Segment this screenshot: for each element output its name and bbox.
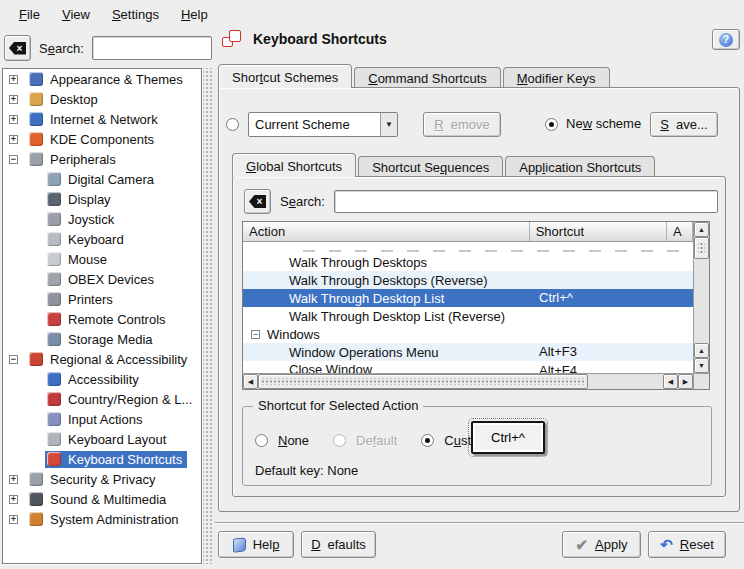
tab-shortcut-sequences[interactable]: Shortcut Sequences	[358, 156, 503, 177]
shortcut-row-windows[interactable]: −Windows	[243, 325, 693, 343]
collapse-icon[interactable]: −	[9, 155, 18, 164]
expand-icon[interactable]: +	[9, 515, 18, 524]
vertical-scroll-thumb[interactable]	[694, 237, 709, 259]
column-header-a[interactable]: A	[667, 222, 693, 241]
sidebar-item-system-administration[interactable]: +System Administration	[3, 509, 201, 529]
clear-shortcut-search-button[interactable]: ×	[244, 189, 271, 214]
expand-icon[interactable]: +	[9, 75, 18, 84]
expand-icon[interactable]: +	[9, 475, 18, 484]
horizontal-scrollbar[interactable]: ◀ ◀ ▶	[243, 373, 693, 389]
clear-search-button[interactable]: ×	[4, 35, 31, 61]
sidebar-item-digital-camera[interactable]: Digital Camera	[3, 169, 201, 189]
tree-row-content: Security & Privacy	[27, 471, 160, 488]
shortcut-row-window-operations-menu[interactable]: Window Operations MenuAlt+F3	[243, 343, 693, 361]
sidebar-search-input[interactable]	[92, 36, 212, 60]
remove-scheme-button[interactable]: Remove	[423, 112, 501, 137]
none-radio[interactable]	[255, 434, 268, 447]
reset-button[interactable]: ↶ Reset	[648, 531, 726, 558]
column-header-shortcut[interactable]: Shortcut	[530, 222, 667, 241]
chevron-down-icon: ▼	[380, 113, 397, 136]
expand-icon[interactable]: +	[9, 135, 18, 144]
collapse-icon[interactable]: −	[251, 330, 260, 339]
appearance-themes-icon	[29, 72, 43, 86]
horizontal-scroll-track[interactable]	[588, 374, 663, 389]
save-scheme-button[interactable]: Save...	[650, 112, 718, 137]
shortcut-row-walk-through-desktop-list[interactable]: Walk Through Desktop ListCtrl+^	[243, 289, 693, 307]
tab-application-shortcuts[interactable]: Application Shortcuts	[505, 156, 655, 177]
sidebar-item-obex-devices[interactable]: OBEX Devices	[3, 269, 201, 289]
apply-button[interactable]: ✔ Apply	[562, 531, 641, 558]
sidebar-item-printers[interactable]: Printers	[3, 289, 201, 309]
sidebar-item-accessibility[interactable]: Accessibility	[3, 369, 201, 389]
expand-icon[interactable]: +	[9, 95, 18, 104]
shortcut-row-walk-through-desktop-list-reverse[interactable]: Walk Through Desktop List (Reverse)	[243, 307, 693, 325]
default-radio-label: Default	[356, 433, 397, 448]
tab-command-shortcuts[interactable]: Command Shortcuts	[354, 67, 501, 88]
sidebar-item-keyboard-layout[interactable]: Keyboard Layout	[3, 429, 201, 449]
sidebar-item-remote-controls[interactable]: Remote Controls	[3, 309, 201, 329]
tab-modifier-keys[interactable]: Modifier Keys	[503, 67, 610, 88]
scroll-up-button[interactable]: ▲	[694, 222, 709, 237]
shortcut-search-input[interactable]	[334, 190, 718, 213]
tree-row-content: Display	[45, 191, 116, 208]
scroll-up-button-2[interactable]: ▲	[694, 343, 709, 358]
sidebar-item-keyboard[interactable]: Keyboard	[3, 229, 201, 249]
sidebar-item-mouse[interactable]: Mouse	[3, 249, 201, 269]
current-scheme-radio[interactable]	[226, 118, 239, 131]
menu-settings[interactable]: Settings	[101, 3, 170, 26]
menu-help[interactable]: Help	[170, 3, 219, 26]
column-header-action[interactable]: Action	[243, 222, 530, 241]
sidebar-item-country-region-l[interactable]: Country/Region & L...	[3, 389, 201, 409]
shortcut-row-close-window[interactable]: Close WindowAlt+F4	[243, 361, 693, 373]
sidebar-item-display[interactable]: Display	[3, 189, 201, 209]
scroll-left-button-2[interactable]: ◀	[663, 374, 678, 389]
vertical-scroll-track[interactable]	[694, 259, 709, 343]
shortcut-type-tabbar: Global ShortcutsShortcut SequencesApplic…	[232, 153, 657, 177]
default-radio[interactable]	[333, 434, 346, 447]
horizontal-scroll-thumb[interactable]	[258, 374, 588, 389]
shortcut-row-walk-through-desktops-reverse[interactable]: Walk Through Desktops (Reverse)	[243, 271, 693, 289]
shortcut-row-walk-through-desktops[interactable]: Walk Through Desktops	[243, 253, 693, 271]
help-button[interactable]: Help	[218, 531, 294, 558]
sidebar-item-joystick[interactable]: Joystick	[3, 209, 201, 229]
tab-shortcut-schemes[interactable]: Shortcut Schemes	[218, 64, 352, 88]
clear-search-icon: ×	[249, 195, 266, 208]
sidebar-item-appearance-themes[interactable]: +Appearance & Themes	[3, 69, 201, 89]
defaults-button[interactable]: Defaults	[301, 531, 376, 558]
sidebar-item-keyboard-shortcuts[interactable]: Keyboard Shortcuts	[3, 449, 201, 469]
new-scheme-radio[interactable]	[545, 118, 558, 131]
sidebar-item-peripherals[interactable]: −Peripherals	[3, 149, 201, 169]
splitter-handle[interactable]	[203, 68, 212, 564]
printers-icon	[47, 292, 61, 306]
scroll-down-button[interactable]: ▼	[694, 358, 709, 373]
whats-this-help-button[interactable]: ?	[712, 29, 740, 50]
sidebar-item-desktop[interactable]: +Desktop	[3, 89, 201, 109]
tree-row-content: Keyboard Layout	[45, 431, 171, 448]
sidebar-item-storage-media[interactable]: Storage Media	[3, 329, 201, 349]
shortcut-key-button[interactable]: Ctrl+^	[471, 421, 545, 454]
sidebar-item-security-privacy[interactable]: +Security & Privacy	[3, 469, 201, 489]
collapse-icon[interactable]: −	[9, 355, 18, 364]
sidebar-item-regional-accessibility[interactable]: −Regional & Accessibility	[3, 349, 201, 369]
sidebar-item-sound-multimedia[interactable]: +Sound & Multimedia	[3, 489, 201, 509]
scroll-left-button[interactable]: ◀	[243, 374, 258, 389]
tree-item-label: Security & Privacy	[50, 472, 155, 487]
menu-view[interactable]: View	[51, 3, 101, 26]
expand-icon[interactable]: +	[9, 495, 18, 504]
scheme-select[interactable]: Current Scheme ▼	[248, 112, 398, 137]
sidebar-item-internet-network[interactable]: +Internet & Network	[3, 109, 201, 129]
menu-file[interactable]: File	[8, 3, 51, 26]
custom-radio[interactable]	[421, 434, 434, 447]
help-question-icon: ?	[719, 33, 733, 47]
sound-multimedia-icon	[29, 492, 43, 506]
sidebar-item-kde-components[interactable]: +KDE Components	[3, 129, 201, 149]
tab-global-shortcuts[interactable]: Global Shortcuts	[232, 153, 356, 177]
tree-item-label: Internet & Network	[50, 112, 158, 127]
footer-separator	[215, 522, 744, 524]
sidebar-item-input-actions[interactable]: Input Actions	[3, 409, 201, 429]
vertical-scrollbar[interactable]: ▲ ▲ ▼	[693, 222, 709, 373]
tree-item-label: System Administration	[50, 512, 179, 527]
expand-icon[interactable]: +	[9, 115, 18, 124]
scroll-right-button[interactable]: ▶	[678, 374, 693, 389]
obex-devices-icon	[47, 272, 61, 286]
